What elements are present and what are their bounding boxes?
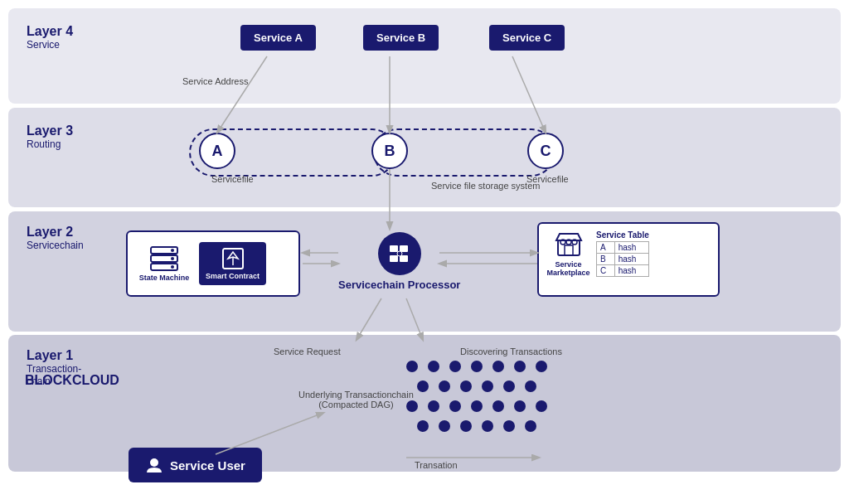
marketplace-label: ServiceMarketplace xyxy=(546,260,589,277)
state-machine-box: State Machine Smart Contract xyxy=(126,230,300,297)
layer4-label: Layer 4 Service xyxy=(27,23,73,51)
marketplace-icon-area: ServiceMarketplace xyxy=(546,230,591,277)
node-b: B xyxy=(371,133,408,169)
service-b-box: Service B xyxy=(363,25,439,51)
service-c-box: Service C xyxy=(489,25,565,51)
smart-contract-icon-area: Smart Contract xyxy=(199,242,266,285)
user-icon xyxy=(145,456,163,474)
smart-contract-icon xyxy=(221,247,245,270)
layer2-label: Layer 2 Servicechain xyxy=(27,224,84,252)
svg-rect-13 xyxy=(565,245,573,255)
table-row: C hash xyxy=(597,265,649,277)
svg-point-17 xyxy=(150,458,158,467)
processor-label: Servicechain Processor xyxy=(338,279,460,291)
svg-point-11 xyxy=(397,251,402,256)
service-file-storage-label: Service file storage system xyxy=(431,181,540,191)
state-machine-icon-area: State Machine xyxy=(134,245,194,282)
marketplace-icon xyxy=(555,230,583,259)
state-machine-icon xyxy=(149,245,179,272)
marketplace-box: ServiceMarketplace Service Table A hash … xyxy=(537,222,720,297)
svg-point-4 xyxy=(171,257,174,260)
discovering-tx-label: Discovering Transactions xyxy=(460,346,562,356)
table-row: B hash xyxy=(597,254,649,265)
processor-icon xyxy=(378,232,421,275)
servicefile-left-label: Servicefile xyxy=(211,174,254,184)
servicechain-processor: Servicechain Processor xyxy=(338,232,460,291)
layer3-label: Layer 3 Routing xyxy=(27,123,73,151)
processor-svg xyxy=(386,240,413,267)
service-address-label: Service Address xyxy=(182,76,248,86)
diagram-container: Layer 4 Service Layer 3 Routing Layer 2 … xyxy=(0,0,849,504)
service-user-button[interactable]: Service User xyxy=(129,448,262,482)
node-c: C xyxy=(527,133,564,169)
transaction-label: Transation xyxy=(415,460,458,470)
service-a-box: Service A xyxy=(240,25,316,51)
layer4: Layer 4 Service xyxy=(8,8,841,104)
service-request-label: Service Request xyxy=(274,346,341,356)
svg-point-5 xyxy=(171,265,174,269)
service-table: A hash B hash C hash xyxy=(596,241,649,277)
blockcloud-label: BLOCKCLOUD xyxy=(25,373,119,388)
service-table-area: Service Table A hash B hash C hash xyxy=(596,230,649,277)
svg-rect-9 xyxy=(390,255,398,262)
svg-rect-10 xyxy=(400,255,408,262)
node-a: A xyxy=(199,133,235,169)
table-row: A hash xyxy=(597,242,649,254)
underlying-tx-label: Underlying Transactionchain (Compacted D… xyxy=(298,390,414,410)
svg-rect-12 xyxy=(558,240,580,255)
svg-rect-7 xyxy=(390,245,398,252)
svg-point-3 xyxy=(171,249,174,252)
svg-rect-8 xyxy=(400,245,408,252)
service-table-title: Service Table xyxy=(596,230,649,240)
